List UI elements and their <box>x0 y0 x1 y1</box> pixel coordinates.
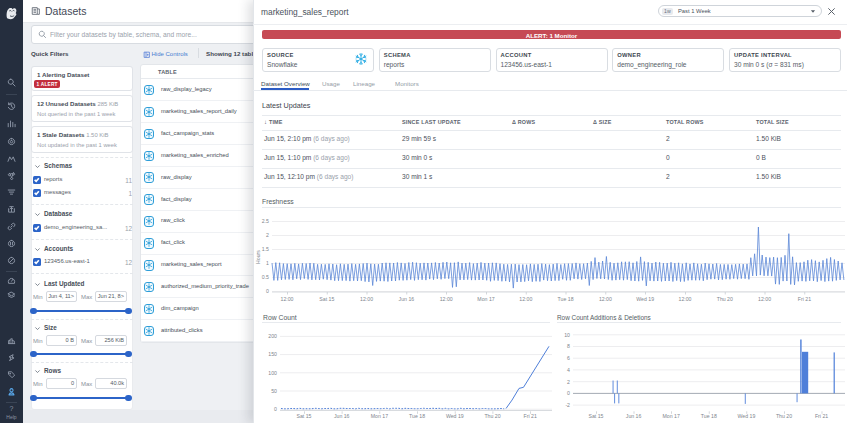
svg-text:Jun 16: Jun 16 <box>399 296 415 302</box>
svg-text:10: 10 <box>564 332 570 338</box>
svg-text:12:00: 12:00 <box>599 296 612 302</box>
svg-text:-2: -2 <box>565 402 570 408</box>
svg-text:100: 100 <box>268 370 277 376</box>
svg-text:1: 1 <box>266 260 269 266</box>
svg-text:12:00: 12:00 <box>758 296 771 302</box>
svg-text:12:00: 12:00 <box>679 296 692 302</box>
svg-text:0.5: 0.5 <box>262 274 269 280</box>
svg-text:50: 50 <box>271 388 277 394</box>
svg-text:12:00: 12:00 <box>281 296 294 302</box>
svg-text:12:00: 12:00 <box>440 296 453 302</box>
svg-text:Wed 19: Wed 19 <box>636 296 654 302</box>
svg-text:Thu 20: Thu 20 <box>717 296 733 302</box>
svg-text:Hours: Hours <box>255 250 261 264</box>
svg-text:0: 0 <box>274 406 277 412</box>
svg-text:Mon 17: Mon 17 <box>477 296 494 302</box>
svg-text:12:00: 12:00 <box>360 296 373 302</box>
svg-text:0: 0 <box>567 390 570 396</box>
svg-text:1.5: 1.5 <box>262 246 269 252</box>
svg-text:200: 200 <box>268 333 277 339</box>
svg-text:2: 2 <box>266 232 269 238</box>
svg-text:4: 4 <box>567 367 570 373</box>
svg-text:Tue 18: Tue 18 <box>558 296 574 302</box>
svg-text:12:00: 12:00 <box>519 296 532 302</box>
svg-text:8: 8 <box>567 343 570 349</box>
svg-text:6: 6 <box>567 355 570 361</box>
svg-text:2.5: 2.5 <box>262 218 269 224</box>
svg-text:Sat 15: Sat 15 <box>319 296 334 302</box>
svg-text:Fri 21: Fri 21 <box>798 296 811 302</box>
svg-text:0: 0 <box>266 288 269 294</box>
svg-text:2: 2 <box>567 379 570 385</box>
svg-text:150: 150 <box>268 351 277 357</box>
